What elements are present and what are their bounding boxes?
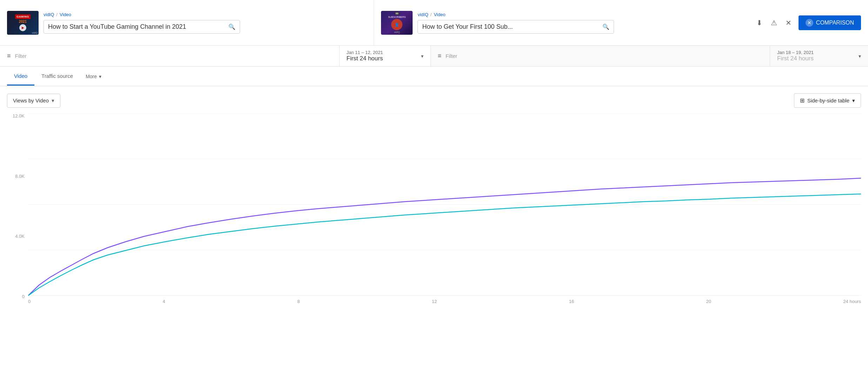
left-video-search[interactable]: How to Start a YouTube Gaming Channel in… xyxy=(44,20,240,34)
x-label-4: 4 xyxy=(163,299,165,304)
download-button[interactable]: ⬇ xyxy=(755,17,764,28)
right-video-panel: 00 SUBSCRIBERS 👤 vidIQ vidIQ / Video How… xyxy=(374,0,748,45)
x-label-16: 16 xyxy=(569,299,574,304)
right-separator: / xyxy=(430,12,432,17)
table-view-icon: ⊞ xyxy=(800,97,804,104)
left-search-icon[interactable]: 🔍 xyxy=(228,23,235,30)
right-section: Video xyxy=(434,12,445,17)
tab-traffic-source[interactable]: Traffic source xyxy=(34,67,80,86)
right-filter-icon: ≡ xyxy=(438,52,442,60)
right-brand[interactable]: vidIQ xyxy=(418,12,428,17)
right-video-search[interactable]: How to Get Your First 100 Sub... 🔍 xyxy=(418,20,614,34)
x-axis-labels: 0 4 8 12 16 20 24 hours xyxy=(28,297,861,304)
right-filter-section: ≡ Filter xyxy=(430,46,770,66)
y-axis-labels: 12.0K 8.0K 4.0K 0 xyxy=(7,113,25,303)
left-filter-icon: ≡ xyxy=(7,52,11,60)
x-label-20: 20 xyxy=(706,299,711,304)
right-breadcrumb: vidIQ / Video xyxy=(418,12,741,17)
comparison-x-icon: ✕ xyxy=(806,19,813,27)
comparison-button[interactable]: ✕ COMPARISON xyxy=(799,15,861,30)
left-section: Video xyxy=(60,12,71,17)
left-date-range: Jan 11 – 12, 2021 xyxy=(347,50,418,55)
views-dropdown-label: Views by Video xyxy=(13,98,49,103)
right-filter-label[interactable]: Filter xyxy=(446,53,457,59)
alert-button[interactable]: ⚠ xyxy=(769,17,779,28)
views-by-video-dropdown[interactable]: Views by Video ▾ xyxy=(7,94,60,108)
left-filter-section: ≡ Filter xyxy=(0,46,339,66)
right-thumbnail: 00 SUBSCRIBERS 👤 vidIQ xyxy=(381,11,413,35)
left-thumbnail: GAMING 2021 ▶ vidIQ xyxy=(7,11,39,35)
x-label-24: 24 hours xyxy=(843,299,861,304)
left-brand[interactable]: vidIQ xyxy=(44,12,54,17)
right-date-selector[interactable]: Jan 18 – 19, 2021 First 24 hours ▾ xyxy=(770,46,868,66)
x-label-0: 0 xyxy=(28,299,31,304)
top-bar: GAMING 2021 ▶ vidIQ vidIQ / Video How to… xyxy=(0,0,868,46)
tab-video[interactable]: Video xyxy=(7,67,34,86)
tab-more-arrow: ▾ xyxy=(99,74,101,79)
left-video-panel: GAMING 2021 ▶ vidIQ vidIQ / Video How to… xyxy=(0,0,374,45)
filter-bar: ≡ Filter Jan 11 – 12, 2021 First 24 hour… xyxy=(0,46,868,67)
right-date-info: Jan 18 – 19, 2021 First 24 hours xyxy=(777,50,855,62)
top-right-actions: ⬇ ⚠ ✕ ✕ COMPARISON xyxy=(748,0,868,45)
right-video-title: How to Get Your First 100 Sub... xyxy=(422,23,600,31)
left-date-dropdown-arrow[interactable]: ▾ xyxy=(421,53,423,59)
left-date-period: First 24 hours xyxy=(347,55,418,62)
y-label-4k: 4.0K xyxy=(7,234,25,239)
chart-toolbar: Views by Video ▾ ⊞ Side-by-side table ▾ xyxy=(7,93,861,108)
left-separator: / xyxy=(56,12,58,17)
left-filter-label[interactable]: Filter xyxy=(15,53,27,59)
views-dropdown-arrow: ▾ xyxy=(52,98,54,104)
y-label-8k: 8.0K xyxy=(7,174,25,179)
left-date-info: Jan 11 – 12, 2021 First 24 hours xyxy=(347,50,418,62)
comparison-label: COMPARISON xyxy=(816,20,854,26)
chart-svg xyxy=(28,113,861,296)
y-label-12k: 12.0K xyxy=(7,113,25,119)
x-label-8: 8 xyxy=(297,299,300,304)
right-video-info: vidIQ / Video How to Get Your First 100 … xyxy=(418,12,741,34)
close-button[interactable]: ✕ xyxy=(784,17,793,28)
table-view-button[interactable]: ⊞ Side-by-side table ▾ xyxy=(794,93,861,108)
table-view-label: Side-by-side table xyxy=(807,98,849,103)
right-date-range: Jan 18 – 19, 2021 xyxy=(777,50,855,55)
left-date-selector[interactable]: Jan 11 – 12, 2021 First 24 hours ▾ xyxy=(339,46,430,66)
y-label-0: 0 xyxy=(7,294,25,299)
right-search-icon[interactable]: 🔍 xyxy=(602,23,609,30)
right-date-dropdown-arrow[interactable]: ▾ xyxy=(859,53,861,59)
tab-more-label: More xyxy=(86,74,97,79)
right-date-period: First 24 hours xyxy=(777,55,855,62)
chart-area: Views by Video ▾ ⊞ Side-by-side table ▾ … xyxy=(0,86,868,320)
table-view-arrow: ▾ xyxy=(852,98,855,104)
tabs-bar: Video Traffic source More ▾ xyxy=(0,67,868,86)
left-breadcrumb: vidIQ / Video xyxy=(44,12,367,17)
x-label-12: 12 xyxy=(432,299,437,304)
chart-container: 12.0K 8.0K 4.0K 0 0 4 8 12 16 20 24 xyxy=(7,113,861,317)
left-video-title: How to Start a YouTube Gaming Channel in… xyxy=(48,23,226,31)
left-video-info: vidIQ / Video How to Start a YouTube Gam… xyxy=(44,12,367,34)
tab-more[interactable]: More ▾ xyxy=(80,68,107,85)
